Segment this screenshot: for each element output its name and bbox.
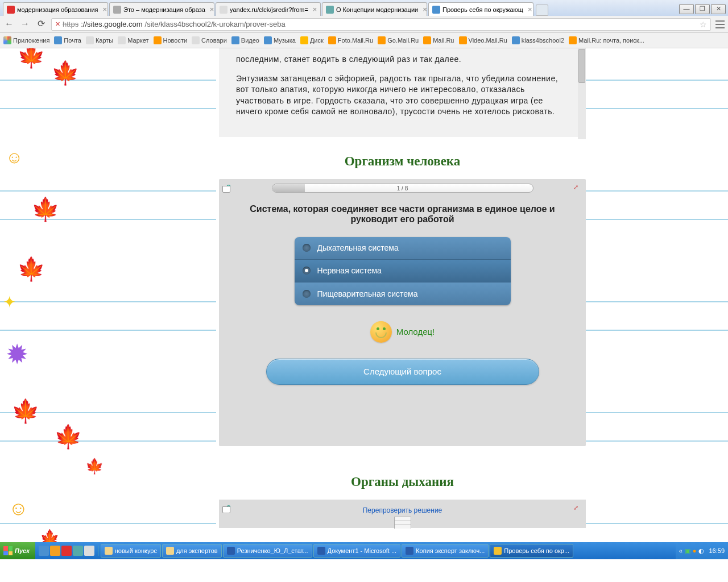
- story-paragraph: Энтузиазм затанцевал с эйфорией, радость…: [236, 73, 569, 118]
- close-icon[interactable]: ×: [103, 5, 107, 14]
- bookmark-item[interactable]: Почта: [54, 36, 81, 44]
- bookmark-icon: [54, 36, 62, 44]
- system-tray[interactable]: « ▣ ● ◐ 16:59: [676, 542, 728, 559]
- task-button[interactable]: Копия эксперт заключ...: [402, 544, 489, 558]
- bookmark-item[interactable]: Словари: [192, 36, 227, 44]
- bookmark-item[interactable]: Mail.Ru: [423, 36, 454, 44]
- new-tab-button[interactable]: [536, 5, 548, 16]
- tray-icon[interactable]: ●: [693, 547, 697, 554]
- help-icon[interactable]: [222, 182, 233, 193]
- favicon-icon: [432, 6, 440, 14]
- section-title-organism: Организм человека: [219, 154, 586, 169]
- bookmark-item[interactable]: Диск: [300, 36, 324, 44]
- bookmark-star-icon[interactable]: ☆: [700, 20, 707, 29]
- quiz-option-0[interactable]: Дыхательная система: [295, 237, 511, 260]
- menu-icon[interactable]: [715, 20, 725, 28]
- bookmark-item[interactable]: Карты: [86, 36, 113, 44]
- scrollbar-vertical[interactable]: [578, 48, 586, 139]
- bookmark-item[interactable]: klass4bschool2: [512, 36, 564, 44]
- help-icon[interactable]: [222, 503, 233, 513]
- tray-icon[interactable]: ◐: [698, 547, 704, 555]
- word-icon: [227, 547, 235, 555]
- tray-icon[interactable]: «: [679, 547, 682, 554]
- quicklaunch-icon[interactable]: [39, 546, 49, 556]
- task-button[interactable]: Резниченко_Ю_Л_стат...: [223, 544, 312, 558]
- tab-label: О Концепции модернизации: [336, 6, 418, 13]
- bookmark-item[interactable]: Video.Mail.Ru: [459, 36, 507, 44]
- tray-icon[interactable]: ▣: [685, 547, 690, 555]
- fullscreen-icon[interactable]: ⤢: [573, 184, 581, 192]
- windows-taskbar: Пуск новый конкурс для экспертов Резниче…: [0, 542, 728, 559]
- quiz-widget: ⤢ 1 / 8 Система, которая соединяет все ч…: [219, 179, 586, 446]
- start-button[interactable]: Пуск: [0, 542, 35, 559]
- task-button[interactable]: для экспертов: [162, 544, 222, 558]
- bookmark-icon: [423, 36, 431, 44]
- bookmark-item[interactable]: Новости: [154, 36, 188, 44]
- window-close-button[interactable]: ✕: [711, 4, 726, 14]
- browser-tab-1[interactable]: Это – модернизация образа×: [109, 2, 214, 16]
- option-label: Дыхательная система: [317, 243, 399, 252]
- quiz-feedback: Молодец!: [224, 321, 581, 343]
- quick-launch: [35, 546, 98, 556]
- quiz-question: Система, которая соединяет все части орг…: [224, 204, 581, 237]
- quiz-option-1[interactable]: Нервная система: [295, 260, 511, 282]
- bookmark-item[interactable]: Маркет: [118, 36, 148, 44]
- window-maximize-button[interactable]: ❐: [695, 4, 710, 14]
- main-content: последним, станет водить в следующий раз…: [219, 48, 586, 528]
- bookmark-icon: [300, 36, 308, 44]
- story-text-block: последним, станет водить в следующий раз…: [219, 48, 586, 137]
- task-button[interactable]: Документ1 - Microsoft ...: [313, 544, 401, 558]
- quicklaunch-icon[interactable]: [50, 546, 60, 556]
- task-button[interactable]: новый конкурс: [101, 544, 161, 558]
- browser-tab-2[interactable]: yandex.ru/clck/jsredir?from=×: [216, 2, 321, 16]
- forward-button[interactable]: →: [19, 19, 31, 30]
- url-input[interactable]: ✕ https ://sites.google.com/site/klass4b…: [51, 18, 711, 31]
- close-icon[interactable]: ×: [210, 5, 214, 14]
- recheck-link[interactable]: Перепроверить решение: [224, 504, 581, 514]
- bookmark-icon: [569, 36, 577, 44]
- radio-icon: [303, 244, 311, 252]
- quiz-option-2[interactable]: Пищеварительная система: [295, 282, 511, 305]
- clock[interactable]: 16:59: [706, 547, 725, 554]
- start-label: Пуск: [15, 547, 30, 554]
- bookmark-item[interactable]: Foto.Mail.Ru: [328, 36, 373, 44]
- bookmark-apps[interactable]: Приложения: [3, 36, 49, 44]
- section-title-breathing: Органы дыхания: [219, 475, 586, 489]
- bookmark-icon: [512, 36, 520, 44]
- option-label: Нервная система: [317, 266, 382, 275]
- task-button[interactable]: Проверь себя по окр...: [490, 544, 573, 558]
- windows-logo-icon: [3, 546, 13, 555]
- close-icon[interactable]: ×: [313, 5, 317, 14]
- window-minimize-button[interactable]: —: [679, 4, 694, 14]
- browser-tab-4[interactable]: Проверь себя по окружающ×: [428, 2, 533, 16]
- address-bar: ← → ⟳ ✕ https ://sites.google.com/site/k…: [0, 16, 728, 33]
- quicklaunch-icon[interactable]: [84, 546, 94, 556]
- progress-label: 1 / 8: [272, 184, 533, 193]
- folder-icon: [105, 547, 113, 555]
- browser-tab-0[interactable]: модернизация образования×: [3, 2, 108, 16]
- radio-icon: [303, 290, 311, 298]
- close-icon[interactable]: ×: [528, 5, 532, 14]
- tab-label: Проверь себя по окружающ: [442, 6, 523, 13]
- next-question-button[interactable]: Следующий вопрос: [266, 359, 539, 385]
- bookmark-icon: [459, 36, 467, 44]
- close-icon[interactable]: ×: [423, 5, 427, 14]
- back-button[interactable]: ←: [3, 19, 15, 30]
- fullscreen-icon[interactable]: ⤢: [573, 504, 581, 512]
- word-icon: [406, 547, 413, 555]
- bookmark-item[interactable]: Mail.Ru: почта, поиск...: [569, 36, 644, 44]
- bookmark-item[interactable]: Go.Mail.Ru: [378, 36, 419, 44]
- bookmark-item[interactable]: Видео: [231, 36, 259, 44]
- bookmark-item[interactable]: Музыка: [264, 36, 296, 44]
- browser-titlebar: модернизация образования× Это – модерниз…: [0, 0, 728, 16]
- scrollbar-thumb[interactable]: [578, 49, 585, 83]
- quiz-widget-2: ⤢ Перепроверить решение: [219, 500, 586, 528]
- quicklaunch-icon[interactable]: [61, 546, 72, 556]
- task-buttons: новый конкурс для экспертов Резниченко_Ю…: [98, 544, 676, 558]
- browser-tab-3[interactable]: О Концепции модернизации×: [322, 2, 427, 16]
- bookmark-icon: [118, 36, 126, 44]
- bookmark-icon: [86, 36, 94, 44]
- quicklaunch-icon[interactable]: [73, 546, 83, 556]
- tab-label: модернизация образования: [17, 6, 98, 13]
- reload-button[interactable]: ⟳: [35, 19, 47, 30]
